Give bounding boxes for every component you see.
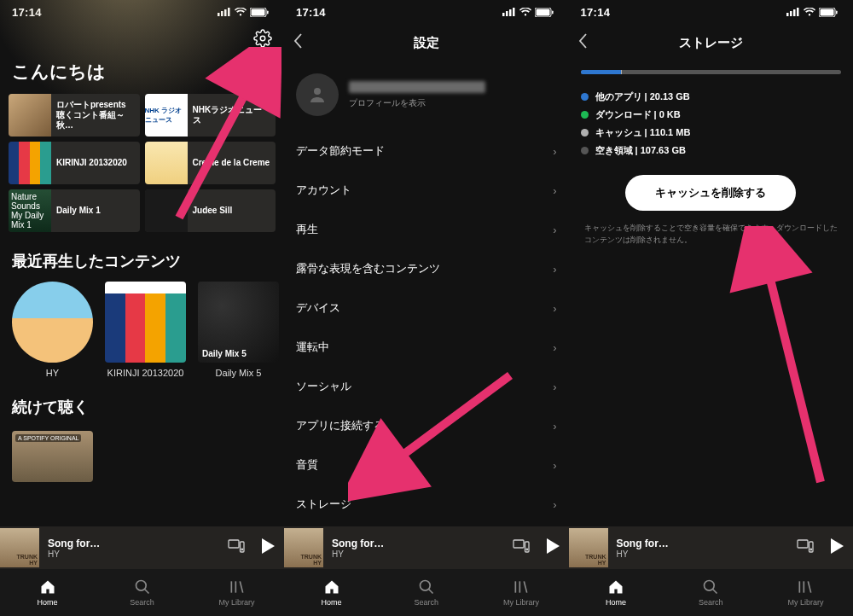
now-playing-bar[interactable]: TRUNKHY Song for… HY (0, 526, 284, 569)
dot-icon (581, 93, 589, 101)
tab-search[interactable]: Search (95, 569, 189, 616)
legend-row: 空き領域 | 107.63 GB (581, 142, 842, 160)
now-playing-bar[interactable]: TRUNKHY Song for… HY (569, 526, 854, 569)
setting-row[interactable]: ストレージ› (284, 485, 569, 524)
wifi-icon (519, 8, 531, 16)
continue-item[interactable]: A SPOTIFY ORIGINAL (12, 431, 93, 482)
clear-cache-button[interactable]: キャッシュを削除する (625, 175, 796, 211)
dot-icon (581, 111, 589, 119)
dot-icon (581, 129, 589, 137)
tab-library[interactable]: My Library (189, 569, 284, 616)
shortcut-item[interactable]: Judee Sill (145, 189, 276, 232)
shortcut-item[interactable]: Nature SoundsMy Daily Mix 1Daily Mix 1 (9, 189, 140, 232)
shortcut-item[interactable]: Creme de la Creme (145, 142, 276, 184)
play-icon[interactable] (260, 538, 276, 558)
back-icon[interactable] (293, 32, 303, 53)
screen-storage: 17:14 ストレージ 他のアプリ | 20.13 GB ダウンロード | 0 … (569, 0, 854, 616)
svg-point-28 (526, 549, 528, 550)
storage-seg-cache (621, 70, 622, 74)
battery-icon (250, 8, 269, 17)
setting-row[interactable]: デバイス› (284, 288, 569, 328)
svg-rect-23 (552, 10, 554, 14)
recent-row[interactable]: HY KIRINJI 20132020 Daily Mix 5Daily Mix… (0, 282, 284, 378)
svg-rect-36 (793, 9, 796, 16)
play-icon[interactable] (545, 538, 560, 558)
setting-row[interactable]: 音質› (284, 445, 569, 485)
tab-library[interactable]: My Library (758, 569, 853, 616)
profile-sub: プロフィールを表示 (349, 97, 485, 109)
svg-rect-1 (221, 11, 223, 16)
shortcut-item[interactable]: NHK ラジオニュースNHKラジオニュース (145, 94, 276, 137)
nav-header: 設定 (284, 24, 569, 61)
battery-icon (819, 8, 838, 17)
wifi-icon (804, 8, 815, 16)
svg-point-24 (314, 88, 321, 95)
status-time: 17:14 (296, 6, 326, 19)
chevron-right-icon: › (553, 184, 556, 197)
setting-row[interactable]: データ節約モード› (284, 131, 569, 171)
svg-rect-5 (252, 9, 265, 15)
status-bar: 17:14 (569, 0, 854, 24)
now-playing-art: TRUNKHY (569, 528, 608, 567)
legend-row: 他のアプリ | 20.13 GB (581, 88, 842, 106)
status-icons (502, 8, 554, 17)
shortcut-item[interactable]: KIRINJI 20132020 (9, 142, 140, 184)
nav-title: ストレージ (679, 35, 743, 51)
profile-row[interactable]: プロフィールを表示 (284, 61, 569, 131)
recent-item[interactable]: HY (12, 282, 93, 378)
now-playing-bar[interactable]: TRUNKHY Song for… HY (284, 526, 569, 569)
recent-title: 最近再生したコンテンツ (0, 232, 284, 282)
status-bar: 17:14 (0, 0, 284, 24)
recent-item[interactable]: Daily Mix 5Daily Mix 5 (198, 282, 279, 378)
svg-rect-40 (836, 10, 838, 14)
devices-icon[interactable] (228, 539, 245, 556)
avatar (296, 73, 339, 116)
tab-home[interactable]: Home (0, 569, 95, 616)
status-bar: 17:14 (284, 0, 569, 24)
nav-header: ストレージ (569, 24, 854, 61)
profile-name-redacted (349, 81, 485, 93)
tab-library[interactable]: My Library (473, 569, 568, 616)
tab-search[interactable]: Search (379, 569, 473, 616)
svg-point-29 (420, 581, 430, 591)
settings-icon[interactable] (253, 29, 272, 51)
tab-search[interactable]: Search (664, 569, 758, 616)
chevron-right-icon: › (553, 420, 556, 433)
wifi-icon (235, 8, 247, 16)
now-playing-art: TRUNKHY (0, 528, 39, 567)
svg-line-13 (144, 590, 148, 594)
setting-row[interactable]: 再生› (284, 210, 569, 249)
setting-row[interactable]: 露骨な表現を含むコンテンツ› (284, 249, 569, 288)
signal-icon (786, 8, 800, 16)
tab-home[interactable]: Home (284, 569, 379, 616)
chevron-right-icon: › (553, 224, 556, 236)
setting-row[interactable]: 運転中› (284, 328, 569, 367)
play-icon[interactable] (829, 538, 844, 558)
shortcut-item[interactable]: ロバートpresents聴くコント番組～秋… (9, 94, 140, 137)
devices-icon[interactable] (513, 539, 530, 556)
svg-point-44 (810, 549, 812, 550)
chevron-right-icon: › (553, 381, 556, 393)
svg-rect-22 (536, 9, 549, 15)
setting-row[interactable]: アプリに接続する› (284, 406, 569, 445)
svg-point-45 (705, 581, 715, 591)
recent-item[interactable]: KIRINJI 20132020 (105, 282, 186, 378)
tab-home[interactable]: Home (569, 569, 664, 616)
storage-seg-other (581, 70, 622, 74)
svg-rect-9 (229, 540, 239, 548)
battery-icon (535, 8, 554, 17)
setting-row[interactable]: ソーシャル› (284, 367, 569, 406)
signal-icon (218, 8, 231, 16)
now-playing-meta: Song for… HY (48, 538, 100, 559)
continue-row[interactable]: A SPOTIFY ORIGINAL (0, 427, 284, 482)
back-icon[interactable] (577, 32, 588, 53)
svg-line-49 (809, 581, 811, 592)
svg-rect-42 (798, 540, 808, 548)
devices-icon[interactable] (797, 539, 814, 556)
chevron-right-icon: › (553, 341, 556, 354)
chevron-right-icon: › (553, 302, 556, 315)
svg-rect-2 (224, 9, 227, 16)
setting-row[interactable]: アカウント› (284, 171, 569, 210)
chevron-right-icon: › (553, 263, 556, 276)
status-time: 17:14 (12, 6, 42, 19)
